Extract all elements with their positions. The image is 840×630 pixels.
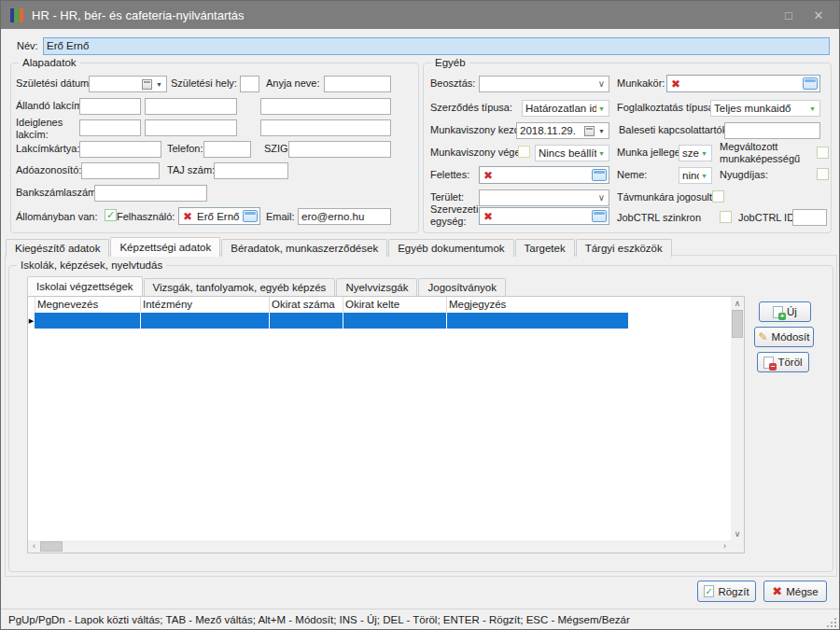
new-button[interactable]: + Új [759,301,811,322]
job-role-picker[interactable]: ✖ [666,75,820,92]
job-role-label: Munkakör: [617,77,665,90]
column-header-intezmeny[interactable]: Intézmény [143,299,192,310]
temporary-address-label: Ideiglenes lakcím: [16,117,70,141]
dropdown-arrow-icon[interactable]: ▼ [597,128,609,134]
tab-kiegeszito-adatok[interactable]: Kiegészítő adatok [6,239,109,257]
temporary-address-city-input[interactable] [145,119,237,136]
jobctrl-sync-label: JobCTRL szinkron [617,212,701,224]
tab-nyelvvizsgak[interactable]: Nyelvvizsgák [336,278,417,296]
employment-start-picker[interactable]: 2018.11.29. ▼ [516,122,609,139]
position-combo[interactable]: ∨ [479,76,609,92]
cancel-button[interactable]: ✖ Mégse [763,581,827,602]
maximize-button[interactable]: □ [774,1,804,29]
save-button[interactable]: ✓ Rögzít [697,581,756,602]
permanent-address-zip-input[interactable] [79,98,141,115]
column-header-okirat-szama[interactable]: Okirat száma [272,299,335,310]
remote-work-checkbox[interactable] [712,190,724,203]
tab-jogositvanyok[interactable]: Jogosítványok [418,278,506,296]
edit-button[interactable]: ✎ Módosít [754,327,814,347]
save-button-label: Rögzít [718,586,749,597]
scroll-down-button[interactable]: ∨ [731,527,744,540]
tab-iskolai-vegzettsegek[interactable]: Iskolai végzettségek [27,276,143,296]
user-picker[interactable]: ✖ Erő Ernő [178,207,260,225]
title-bar: HR - HR, bér- és cafeteria-nyilvántartás… [1,1,839,29]
permanent-address-city-input[interactable] [145,98,237,115]
taj-input[interactable] [214,162,288,179]
scroll-up-button[interactable]: ∧ [731,297,744,310]
contract-type-dropdown[interactable]: Határozatlan idejű ▼ [522,100,609,117]
name-input[interactable]: Erő Ernő [43,37,830,55]
window-picker-icon[interactable] [803,77,818,90]
column-header-okirat-kelte[interactable]: Okirat kelte [345,299,399,310]
column-header-megjegyzes[interactable]: Megjegyzés [449,299,506,310]
jobctrl-id-input[interactable] [792,209,827,226]
name-label: Név: [17,40,38,52]
phone-input[interactable] [203,141,251,158]
clear-icon[interactable]: ✖ [181,211,194,222]
window-title: HR - HR, bér- és cafeteria-nyilvántartás [32,8,245,22]
dropdown-arrow-icon[interactable]: ▼ [596,105,609,112]
table-row[interactable] [35,313,628,329]
employment-end-value: Nincs beállítva [536,146,596,161]
temporary-address-street-input[interactable] [260,119,391,136]
employment-end-checkbox[interactable] [518,146,530,158]
column-header-megnevezes[interactable]: Megnevezés [37,299,98,310]
resize-grip[interactable] [826,617,836,627]
id-card-input[interactable] [288,141,391,158]
delete-button[interactable]: − Töröl [757,352,809,372]
clear-icon[interactable]: ✖ [482,211,495,222]
changed-work-capacity-checkbox[interactable] [817,147,829,159]
new-document-icon: + [773,306,783,318]
clear-icon[interactable]: ✖ [482,170,495,181]
tab-vizsgak[interactable]: Vizsgák, tanfolyamok, egyéb képzés [144,278,336,296]
area-combo[interactable]: ∨ [479,189,609,206]
supervisor-label: Felettes: [430,169,469,181]
tab-targyi-eszkozok[interactable]: Tárgyi eszközök [576,239,672,257]
dropdown-arrow-icon[interactable]: ▼ [807,105,819,112]
window-picker-icon[interactable] [592,210,607,222]
tax-id-label: Adóazonosító: [16,164,81,176]
tax-id-input[interactable] [81,162,160,179]
accident-contacts-input[interactable] [724,122,820,139]
calendar-icon [584,126,595,136]
horizontal-scrollbar[interactable] [28,540,744,553]
window-picker-icon[interactable] [243,210,258,222]
name-value: Erő Ernő [44,38,829,54]
scroll-right-button[interactable]: › [719,540,731,553]
dropdown-arrow-icon[interactable]: ▼ [699,150,711,157]
scroll-left-button[interactable]: ‹ [28,540,40,553]
mother-name-input[interactable] [324,76,391,92]
window-picker-icon[interactable] [592,169,607,181]
jobctrl-sync-checkbox[interactable] [720,211,732,223]
permanent-address-street-input[interactable] [260,98,391,115]
chevron-down-icon[interactable]: ∨ [596,193,609,203]
tab-beradatok[interactable]: Béradatok, munkaszerződések [221,239,387,257]
work-nature-dropdown[interactable]: szell ▼ [679,145,712,161]
pensioner-checkbox[interactable] [817,168,829,180]
temporary-address-zip-input[interactable] [79,119,141,136]
employment-end-dropdown[interactable]: Nincs beállítva ▼ [535,145,609,161]
org-unit-picker[interactable]: ✖ [479,207,609,225]
close-button[interactable]: ✕ [804,1,833,29]
employment-type-dropdown[interactable]: Teljes munkaidő ▼ [710,100,820,117]
address-card-input[interactable] [79,141,161,158]
bank-account-input[interactable] [94,185,207,202]
chevron-down-icon[interactable]: ∨ [596,79,609,89]
dropdown-arrow-icon[interactable]: ▼ [699,173,711,179]
gender-dropdown[interactable]: ninc ▼ [679,167,712,184]
birth-place-input[interactable] [240,76,259,92]
tab-targetek[interactable]: Targetek [515,239,575,257]
tab-kepzettsegi-adatok[interactable]: Képzettségi adatok [110,237,220,257]
birth-date-picker[interactable]: ▼ [89,76,167,92]
horizontal-scroll-thumb[interactable] [40,541,63,552]
dropdown-arrow-icon[interactable]: ▼ [596,150,609,157]
vertical-scroll-thumb[interactable] [732,310,743,338]
supervisor-picker[interactable]: ✖ [479,166,609,184]
dropdown-arrow-icon[interactable]: ▼ [155,81,166,88]
email-input[interactable]: ero@erno.hu [298,208,391,225]
on-staff-checkbox[interactable]: ✓ [105,209,117,221]
employment-end-label: Munkaviszony vége: [430,147,524,159]
clear-icon[interactable]: ✖ [669,78,682,90]
education-table: Megnevezés Intézmény Okirat száma Okirat… [27,296,745,553]
tab-egyeb-dokumentumok[interactable]: Egyéb dokumentumok [388,239,513,257]
